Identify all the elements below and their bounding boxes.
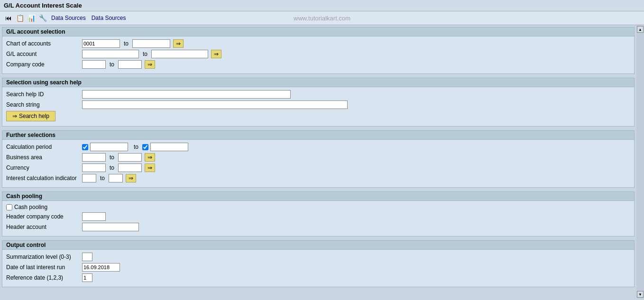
label-reference-date: Reference date (1,2,3) — [6, 274, 82, 281]
search-help-arrow-icon: ⇒ — [12, 113, 17, 119]
row-search-help-btn: ⇒ Search help — [6, 111, 630, 121]
row-search-string: Search string — [6, 100, 630, 109]
input-chart-of-accounts-from[interactable] — [82, 39, 120, 48]
checkbox-calc-period-to[interactable] — [142, 144, 148, 150]
input-calc-period-to[interactable] — [150, 143, 188, 151]
label-business-area: Business area — [6, 154, 82, 161]
label-currency: Currency — [6, 164, 82, 171]
section-header-cash-pooling: Cash pooling — [2, 192, 634, 201]
input-header-company-code[interactable] — [82, 212, 106, 221]
row-header-company-code: Header company code — [6, 212, 630, 221]
section-output-control: Output control Summarization level (0-3)… — [2, 240, 635, 287]
to-label-chart: to — [124, 40, 129, 47]
section-cash-pooling: Cash pooling Cash pooling Header company… — [2, 191, 635, 236]
settings-icon[interactable]: 🔧 — [38, 13, 47, 23]
input-summarization-level[interactable] — [82, 253, 92, 261]
checkbox-calc-period-from[interactable] — [82, 144, 88, 150]
row-cash-pooling-checkbox: Cash pooling — [6, 204, 630, 210]
to-label-currency: to — [110, 164, 114, 171]
input-interest-indicator-from[interactable] — [82, 174, 96, 182]
row-chart-of-accounts: Chart of accounts to ⇒ — [6, 39, 630, 48]
section-gl-account-selection: G/L account selection Chart of accounts … — [2, 27, 635, 74]
to-label-interest: to — [100, 175, 105, 182]
label-company-code: Company code — [6, 61, 82, 68]
label-chart-of-accounts: Chart of accounts — [6, 40, 82, 47]
to-label-business: to — [110, 154, 114, 161]
row-calculation-period: Calculation period to — [6, 143, 630, 151]
input-date-last-interest[interactable] — [82, 263, 120, 272]
row-currency: Currency to ⇒ — [6, 164, 630, 172]
row-reference-date: Reference date (1,2,3) — [6, 273, 630, 282]
row-search-help-id: Search help ID — [6, 90, 630, 99]
arrow-btn-business[interactable]: ⇒ — [145, 153, 155, 162]
row-date-last-interest: Date of last interest run — [6, 263, 630, 272]
section-search-help: Selection using search help Search help … — [2, 78, 635, 127]
input-chart-of-accounts-to[interactable] — [132, 39, 170, 48]
to-label-company: to — [110, 61, 114, 68]
menu-data-sources-2[interactable]: Data Sources — [92, 15, 126, 21]
section-body-cash-pooling: Cash pooling Header company code Header … — [2, 201, 634, 236]
row-gl-account: G/L account to ⇒ — [6, 50, 630, 58]
row-interest-indicator: Interest calculation indicator to ⇒ — [6, 174, 630, 182]
label-cash-pooling-checkbox: Cash pooling — [14, 204, 47, 210]
to-label-gl: to — [143, 51, 147, 57]
section-body-gl-account: Chart of accounts to ⇒ G/L account to ⇒ … — [2, 36, 634, 73]
section-header-search-help: Selection using search help — [2, 78, 634, 87]
input-currency-from[interactable] — [82, 164, 106, 172]
menu-data-sources-1[interactable]: Data Sources — [51, 15, 86, 21]
arrow-btn-gl[interactable]: ⇒ — [211, 50, 221, 58]
input-business-area-from[interactable] — [82, 153, 106, 162]
label-gl-account: G/L account — [6, 51, 82, 57]
title-bar: G/L Account Interest Scale — [0, 0, 644, 11]
scroll-down-button[interactable]: ▼ — [637, 291, 644, 298]
section-header-gl-account: G/L account selection — [2, 27, 634, 36]
label-search-help-id: Search help ID — [6, 91, 82, 98]
watermark: www.tutorialkart.com — [294, 15, 350, 22]
table-icon[interactable]: 📊 — [27, 13, 36, 23]
label-interest-indicator: Interest calculation indicator — [6, 175, 82, 182]
section-body-search-help: Search help ID Search string ⇒ Search he… — [2, 87, 634, 126]
section-header-further: Further selections — [2, 131, 634, 140]
input-search-string[interactable] — [82, 100, 348, 109]
arrow-btn-currency[interactable]: ⇒ — [145, 164, 155, 172]
section-body-further: Calculation period to Business area to ⇒… — [2, 140, 634, 187]
input-business-area-to[interactable] — [118, 153, 142, 162]
to-label-calc: to — [134, 144, 138, 150]
input-gl-account-to[interactable] — [151, 50, 208, 58]
row-company-code: Company code to ⇒ — [6, 60, 630, 69]
checkbox-cash-pooling[interactable] — [6, 204, 12, 210]
input-interest-indicator-to[interactable] — [109, 174, 123, 182]
search-help-button-label: Search help — [19, 113, 49, 119]
section-body-output-control: Summarization level (0-3) Date of last i… — [2, 250, 634, 287]
input-search-help-id[interactable] — [82, 90, 291, 99]
toolbar: ⏮ 📋 📊 🔧 Data Sources Data Sources www.tu… — [0, 11, 644, 25]
label-date-last-interest: Date of last interest run — [6, 264, 82, 271]
input-header-account[interactable] — [82, 223, 139, 231]
input-company-code-to[interactable] — [118, 60, 142, 69]
label-calculation-period: Calculation period — [6, 144, 82, 150]
label-summarization-level: Summarization level (0-3) — [6, 254, 82, 260]
copy-icon[interactable]: 📋 — [15, 13, 25, 23]
scrollbar: ▲ ▼ — [636, 25, 644, 299]
row-summarization-level: Summarization level (0-3) — [6, 253, 630, 261]
input-gl-account-from[interactable] — [82, 50, 139, 58]
section-further-selections: Further selections Calculation period to… — [2, 130, 635, 188]
input-calc-period-from[interactable] — [90, 143, 128, 151]
arrow-btn-chart[interactable]: ⇒ — [173, 39, 184, 48]
input-company-code-from[interactable] — [82, 60, 106, 69]
input-currency-to[interactable] — [118, 164, 142, 172]
main-content: G/L account selection Chart of accounts … — [0, 25, 644, 299]
form-area: G/L account selection Chart of accounts … — [0, 25, 636, 299]
page-title: G/L Account Interest Scale — [4, 2, 82, 9]
arrow-btn-interest[interactable]: ⇒ — [126, 174, 136, 182]
back-icon[interactable]: ⏮ — [4, 13, 13, 23]
section-header-output-control: Output control — [2, 241, 634, 250]
arrow-btn-company[interactable]: ⇒ — [145, 60, 155, 69]
label-header-account: Header account — [6, 224, 82, 230]
row-business-area: Business area to ⇒ — [6, 153, 630, 162]
label-header-company-code: Header company code — [6, 213, 82, 220]
row-header-account: Header account — [6, 223, 630, 231]
search-help-button[interactable]: ⇒ Search help — [6, 111, 55, 121]
input-reference-date[interactable] — [82, 273, 92, 282]
scroll-up-button[interactable]: ▲ — [637, 26, 644, 33]
